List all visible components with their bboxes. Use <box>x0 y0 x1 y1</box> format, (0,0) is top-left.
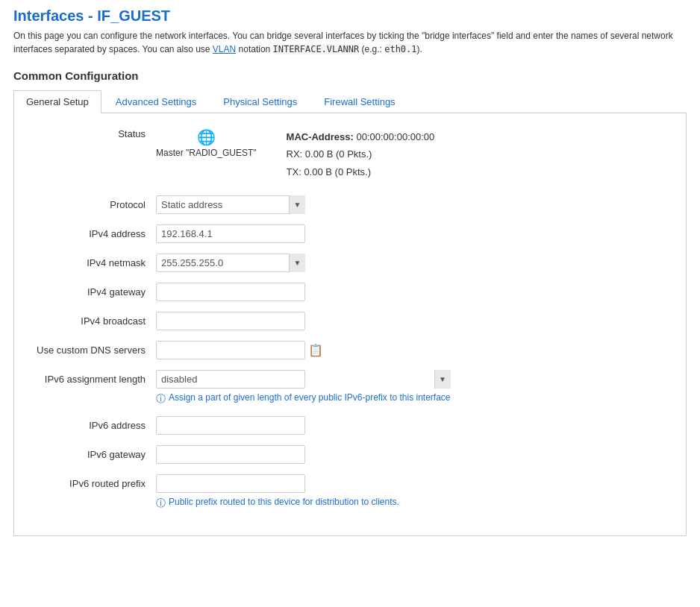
ipv6-gateway-label: IPv6 gateway <box>22 445 156 460</box>
ipv6-routed-prefix-help-icon: ⓘ <box>156 497 166 510</box>
ipv6-assignment-row: IPv6 assignment length disabled 64 48 ▼ … <box>14 370 686 406</box>
ipv4-address-row: IPv4 address <box>14 224 686 243</box>
ipv4-gateway-input[interactable] <box>156 283 305 301</box>
ipv6-routed-prefix-label: IPv6 routed prefix <box>22 474 156 489</box>
ipv6-assignment-help-text: Assign a part of given length of every p… <box>169 392 451 403</box>
custom-dns-label: Use custom DNS servers <box>22 341 156 356</box>
tx-line: TX: 0.00 B (0 Pkts.) <box>287 163 435 180</box>
protocol-label: Protocol <box>22 195 156 210</box>
protocol-row: Protocol Static address DHCP client PPPo… <box>14 195 686 214</box>
ipv6-address-row: IPv6 address <box>14 416 686 435</box>
ipv6-routed-prefix-wrap: ⓘ Public prefix routed to this device fo… <box>156 474 399 510</box>
ipv6-routed-prefix-input[interactable] <box>156 474 305 493</box>
ipv4-netmask-label: IPv4 netmask <box>22 254 156 268</box>
ipv6-assignment-select-arrow: ▼ <box>434 370 451 389</box>
ipv4-netmask-row: IPv4 netmask 255.255.255.0 255.255.0.0 2… <box>14 254 686 272</box>
ipv4-gateway-label: IPv4 gateway <box>22 283 156 298</box>
tab-advanced-settings[interactable]: Advanced Settings <box>103 90 209 113</box>
ipv6-gateway-input[interactable] <box>156 445 305 464</box>
ipv4-broadcast-input[interactable] <box>156 312 305 330</box>
page-intro: On this page you can configure the netwo… <box>13 29 687 56</box>
ipv4-address-input[interactable] <box>156 224 305 243</box>
tab-content: Status 🌐 Master "RADIO_GUEST" MAC-Addres… <box>13 113 687 536</box>
status-label: Status <box>22 128 156 139</box>
mac-label: MAC-Address: <box>287 131 354 142</box>
ipv4-address-label: IPv4 address <box>22 224 156 239</box>
dns-wrap: 📋 <box>156 341 323 359</box>
ipv6-gateway-row: IPv6 gateway <box>14 445 686 464</box>
ipv6-address-input[interactable] <box>156 416 305 435</box>
dns-add-icon[interactable]: 📋 <box>308 343 323 357</box>
rx-line: RX: 0.00 B (0 Pkts.) <box>287 145 435 163</box>
tab-physical-settings[interactable]: Physical Settings <box>210 90 310 113</box>
ipv4-gateway-row: IPv4 gateway <box>14 283 686 301</box>
ipv6-assignment-label: IPv6 assignment length <box>22 370 156 385</box>
ipv6-assignment-select[interactable]: disabled 64 48 <box>156 370 305 389</box>
network-icon: 🌐 <box>197 128 216 146</box>
ipv6-address-label: IPv6 address <box>22 416 156 431</box>
ipv4-broadcast-row: IPv4 broadcast <box>14 312 686 330</box>
ipv6-assignment-select-wrapper: disabled 64 48 ▼ <box>156 370 451 389</box>
ipv6-assignment-help-icon: ⓘ <box>156 392 166 406</box>
ipv4-netmask-select[interactable]: 255.255.255.0 255.255.0.0 255.0.0.0 <box>156 254 305 272</box>
ipv6-routed-prefix-row: IPv6 routed prefix ⓘ Public prefix route… <box>14 474 686 510</box>
custom-dns-input[interactable] <box>156 341 305 359</box>
tab-firewall-settings[interactable]: Firewall Settings <box>311 90 407 113</box>
protocol-select[interactable]: Static address DHCP client PPPoE Unmanag… <box>156 195 305 214</box>
ipv6-assignment-help: ⓘ Assign a part of given length of every… <box>156 392 451 406</box>
status-info: 🌐 Master "RADIO_GUEST" <box>156 128 257 158</box>
ipv6-routed-prefix-help-text: Public prefix routed to this device for … <box>169 497 399 507</box>
page-title: Interfaces - IF_GUEST <box>13 7 687 25</box>
tab-general-setup[interactable]: General Setup <box>13 90 101 113</box>
section-title: Common Configuration <box>13 69 687 82</box>
ipv6-routed-prefix-help: ⓘ Public prefix routed to this device fo… <box>156 497 399 510</box>
protocol-select-wrapper: Static address DHCP client PPPoE Unmanag… <box>156 195 305 214</box>
status-row: Status 🌐 Master "RADIO_GUEST" MAC-Addres… <box>14 128 686 180</box>
mac-value: 00:00:00:00:00:00 <box>356 131 434 142</box>
status-master-text: Master "RADIO_GUEST" <box>156 148 257 158</box>
ipv4-broadcast-label: IPv4 broadcast <box>22 312 156 327</box>
mac-address-line: MAC-Address: 00:00:00:00:00:00 <box>287 128 435 145</box>
custom-dns-row: Use custom DNS servers 📋 <box>14 341 686 359</box>
tabs-bar: General Setup Advanced Settings Physical… <box>13 89 687 113</box>
mac-info: MAC-Address: 00:00:00:00:00:00 RX: 0.00 … <box>287 128 435 180</box>
ipv4-netmask-select-wrapper: 255.255.255.0 255.255.0.0 255.0.0.0 ▼ <box>156 254 305 272</box>
